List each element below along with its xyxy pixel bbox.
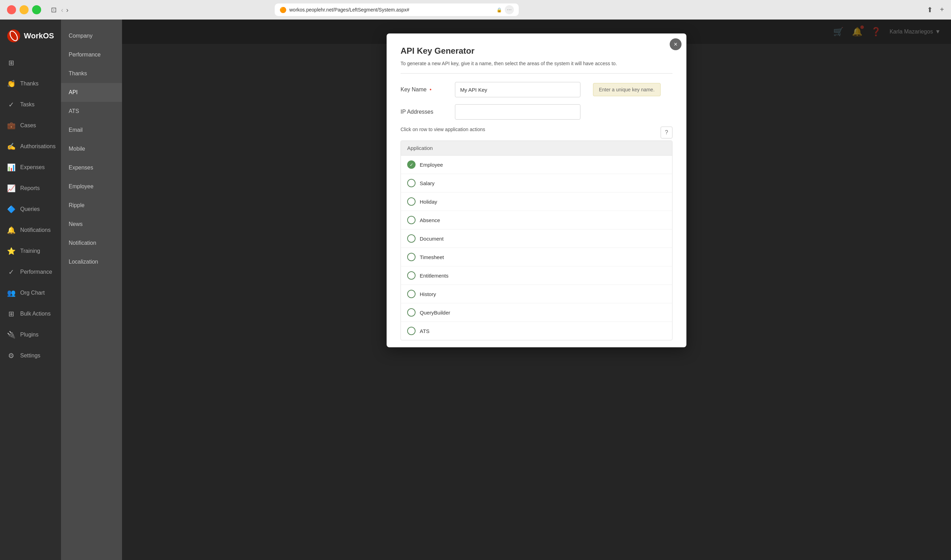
workos-logo-icon bbox=[7, 28, 21, 44]
sidebar-toggle[interactable]: ⊡ bbox=[51, 6, 57, 14]
sidebar-item-performance[interactable]: ✓ Performance bbox=[0, 262, 61, 282]
app-row-history[interactable]: History bbox=[401, 285, 672, 303]
logo-text: WorkOS bbox=[24, 31, 54, 40]
queries-label: Queries bbox=[20, 206, 40, 212]
maximize-button[interactable] bbox=[32, 5, 41, 14]
share-icon[interactable]: ⬆ bbox=[927, 6, 933, 14]
expenses-icon: 📊 bbox=[7, 163, 15, 172]
sidebar-item-authorisations[interactable]: ✍ Authorisations bbox=[0, 136, 61, 157]
employee-check-icon bbox=[407, 160, 415, 169]
hint-row: ? Click on row to view application actio… bbox=[400, 126, 672, 140]
plugins-label: Plugins bbox=[20, 332, 38, 338]
notifications-label: Notifications bbox=[20, 227, 51, 233]
second-nav-expenses[interactable]: Expenses bbox=[61, 158, 122, 177]
cases-icon: 💼 bbox=[7, 122, 15, 130]
lock-icon: 🔒 bbox=[496, 7, 502, 12]
new-tab-icon[interactable]: + bbox=[940, 6, 944, 14]
thanks-icon: 👏 bbox=[7, 80, 15, 88]
entitlements-check-icon bbox=[407, 271, 415, 280]
org-chart-icon: 👥 bbox=[7, 289, 15, 297]
second-nav-notification[interactable]: Notification bbox=[61, 234, 122, 252]
bulk-actions-icon: ⊞ bbox=[7, 310, 15, 318]
history-label: History bbox=[420, 291, 436, 297]
sidebar-item-settings[interactable]: ⚙ Settings bbox=[0, 345, 61, 366]
document-label: Document bbox=[420, 236, 443, 242]
sidebar-item-bulk-actions[interactable]: ⊞ Bulk Actions bbox=[0, 303, 61, 324]
key-name-row: Key Name • Enter a unique key name. bbox=[400, 82, 672, 97]
titlebar-actions: ⬆ + bbox=[927, 6, 944, 14]
expenses-label: Expenses bbox=[20, 164, 45, 171]
sidebar-item-org-chart[interactable]: 👥 Org Chart bbox=[0, 282, 61, 303]
nav-arrows: ‹ › bbox=[61, 6, 68, 14]
ats-check-icon bbox=[407, 327, 415, 335]
sidebar-left: WorkOS ⊞ 👏 Thanks ✓ Tasks 💼 Cases ✍ Auth… bbox=[0, 20, 61, 560]
url-bar[interactable]: 🟠 workos.peoplehr.net/Pages/LeftSegment/… bbox=[275, 3, 519, 16]
plugins-icon: 🔌 bbox=[7, 331, 15, 339]
sidebar-item-thanks[interactable]: 👏 Thanks bbox=[0, 73, 61, 94]
sidebar-item-expenses[interactable]: 📊 Expenses bbox=[0, 157, 61, 178]
sidebar-item-training[interactable]: ⭐ Training bbox=[0, 241, 61, 262]
second-nav-performance[interactable]: Performance bbox=[61, 45, 122, 64]
second-nav-mobile[interactable]: Mobile bbox=[61, 140, 122, 158]
entitlements-label: Entitlements bbox=[420, 273, 449, 278]
sidebar-item-queries[interactable]: 🔷 Queries bbox=[0, 199, 61, 220]
app-row-employee[interactable]: Employee bbox=[401, 155, 672, 174]
forward-button[interactable]: › bbox=[66, 6, 69, 14]
app-row-document[interactable]: Document bbox=[401, 229, 672, 248]
absence-label: Absence bbox=[420, 217, 440, 223]
second-nav-email[interactable]: Email bbox=[61, 121, 122, 140]
settings-icon: ⚙ bbox=[7, 351, 15, 360]
app-row-holiday[interactable]: Holiday bbox=[401, 192, 672, 211]
app-row-salary[interactable]: Salary bbox=[401, 174, 672, 192]
querybuilder-check-icon bbox=[407, 308, 415, 317]
minimize-button[interactable] bbox=[20, 5, 29, 14]
key-name-input[interactable] bbox=[455, 82, 580, 97]
authorisations-icon: ✍ bbox=[7, 142, 15, 151]
second-nav-company[interactable]: Company bbox=[61, 26, 122, 45]
second-nav-ripple[interactable]: Ripple bbox=[61, 196, 122, 215]
key-name-tooltip: Enter a unique key name. bbox=[593, 83, 661, 96]
ip-addresses-row: IP Addresses bbox=[400, 104, 672, 120]
api-key-generator-modal: × API Key Generator To generate a new AP… bbox=[386, 34, 686, 347]
close-button[interactable] bbox=[7, 5, 16, 14]
key-name-label: Key Name • bbox=[400, 86, 449, 93]
app-row-querybuilder[interactable]: QueryBuilder bbox=[401, 303, 672, 322]
main-content: 🛒 🔔 ❓ Karla Mazariegos ▼ × API Key Gener… bbox=[122, 20, 951, 560]
performance-label: Performance bbox=[20, 269, 52, 275]
ats-label: ATS bbox=[420, 328, 429, 334]
table-header: Application bbox=[401, 141, 672, 155]
second-nav-thanks[interactable]: Thanks bbox=[61, 64, 122, 83]
second-nav-news[interactable]: News bbox=[61, 215, 122, 234]
second-nav-employee[interactable]: Employee bbox=[61, 177, 122, 196]
app-row-absence[interactable]: Absence bbox=[401, 211, 672, 229]
browser-menu-button[interactable]: ··· bbox=[505, 5, 514, 14]
holiday-check-icon bbox=[407, 197, 415, 206]
sidebar-item-tasks[interactable]: ✓ Tasks bbox=[0, 94, 61, 115]
training-icon: ⭐ bbox=[7, 247, 15, 255]
app-row-entitlements[interactable]: Entitlements bbox=[401, 266, 672, 285]
sidebar-item-reports[interactable]: 📈 Reports bbox=[0, 178, 61, 199]
modal-overlay: × API Key Generator To generate a new AP… bbox=[122, 20, 951, 560]
second-nav-ats[interactable]: ATS bbox=[61, 102, 122, 121]
close-icon: × bbox=[674, 41, 678, 48]
timesheet-label: Timesheet bbox=[420, 254, 444, 260]
sidebar-item-notifications[interactable]: 🔔 Notifications bbox=[0, 220, 61, 241]
modal-close-button[interactable]: × bbox=[670, 38, 682, 50]
table-help-button[interactable]: ? bbox=[661, 126, 672, 138]
modal-title: API Key Generator bbox=[400, 46, 672, 56]
click-hint-text: Click on row to view application actions bbox=[400, 126, 672, 132]
sidebar-item-cases[interactable]: 💼 Cases bbox=[0, 115, 61, 136]
timesheet-check-icon bbox=[407, 253, 415, 261]
authorisations-label: Authorisations bbox=[20, 143, 55, 149]
reports-icon: 📈 bbox=[7, 184, 15, 192]
app-row-ats[interactable]: ATS bbox=[401, 322, 672, 340]
second-nav-api[interactable]: API bbox=[61, 83, 122, 102]
sidebar-item-plugins[interactable]: 🔌 Plugins bbox=[0, 324, 61, 345]
app-row-timesheet[interactable]: Timesheet bbox=[401, 248, 672, 266]
url-text: workos.peoplehr.net/Pages/LeftSegment/Sy… bbox=[289, 7, 494, 12]
history-check-icon bbox=[407, 290, 415, 298]
ip-addresses-input[interactable] bbox=[455, 104, 580, 120]
second-nav-localization[interactable]: Localization bbox=[61, 252, 122, 271]
sidebar-item-grid[interactable]: ⊞ bbox=[0, 52, 61, 73]
back-button[interactable]: ‹ bbox=[61, 6, 63, 14]
